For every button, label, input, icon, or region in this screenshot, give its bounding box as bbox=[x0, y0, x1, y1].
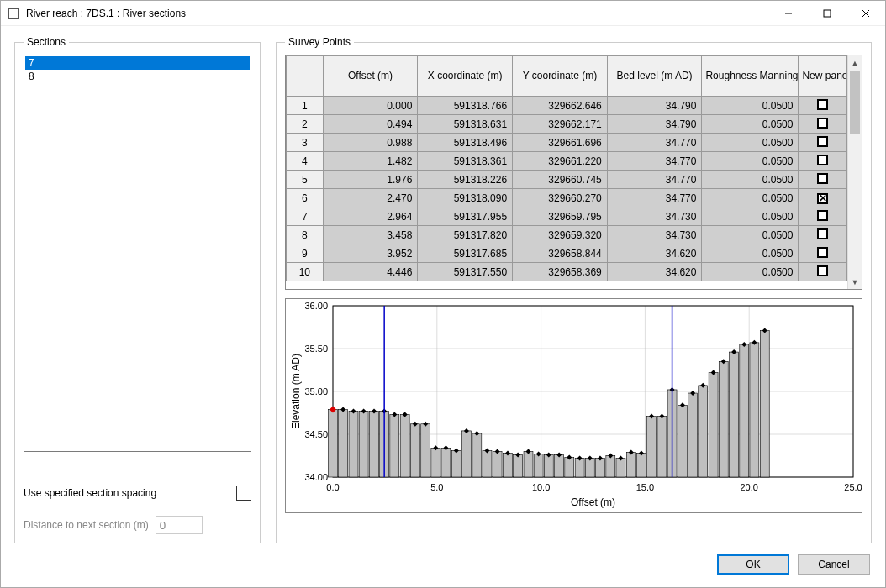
cell-x[interactable]: 591318.226 bbox=[418, 171, 513, 189]
cell-panel[interactable] bbox=[799, 244, 847, 263]
cell-roughness[interactable]: 0.0500 bbox=[702, 244, 799, 263]
row-number[interactable]: 5 bbox=[287, 171, 324, 189]
row-number[interactable]: 2 bbox=[287, 115, 324, 134]
cell-bed[interactable]: 34.730 bbox=[607, 207, 702, 226]
row-number[interactable]: 9 bbox=[287, 244, 324, 263]
section-item[interactable]: 7 bbox=[25, 56, 250, 70]
row-number[interactable]: 7 bbox=[287, 207, 324, 226]
cell-roughness[interactable]: 0.0500 bbox=[702, 171, 799, 189]
maximize-button[interactable] bbox=[808, 1, 846, 26]
scroll-up-icon[interactable]: ▲ bbox=[848, 55, 862, 70]
cell-offset[interactable]: 2.470 bbox=[323, 189, 418, 207]
scroll-thumb[interactable] bbox=[850, 71, 860, 134]
scroll-down-icon[interactable]: ▼ bbox=[848, 275, 862, 289]
cell-offset[interactable]: 0.494 bbox=[323, 115, 418, 134]
cell-y[interactable]: 329661.696 bbox=[513, 134, 608, 152]
cell-offset[interactable]: 3.952 bbox=[323, 244, 418, 263]
cell-roughness[interactable]: 0.0500 bbox=[702, 115, 799, 134]
cell-y[interactable]: 329658.844 bbox=[513, 244, 608, 263]
table-row[interactable]: 51.976591318.226329660.74534.7700.0500 bbox=[287, 171, 847, 189]
cell-offset[interactable]: 1.482 bbox=[323, 152, 418, 171]
table-row[interactable]: 41.482591318.361329661.22034.7700.0500 bbox=[287, 152, 847, 171]
cell-bed[interactable]: 34.790 bbox=[607, 97, 702, 115]
cell-roughness[interactable]: 0.0500 bbox=[702, 263, 799, 281]
cell-bed[interactable]: 34.790 bbox=[607, 115, 702, 134]
close-button[interactable] bbox=[846, 1, 885, 26]
cell-panel[interactable] bbox=[799, 152, 847, 171]
cell-y[interactable]: 329659.320 bbox=[513, 226, 608, 244]
cell-x[interactable]: 591317.820 bbox=[418, 226, 513, 244]
table-scrollbar[interactable]: ▲ ▼ bbox=[847, 55, 862, 289]
table-row[interactable]: 83.458591317.820329659.32034.7300.0500 bbox=[287, 226, 847, 244]
cell-x[interactable]: 591318.631 bbox=[418, 115, 513, 134]
cell-offset[interactable]: 0.000 bbox=[323, 97, 418, 115]
cell-y[interactable]: 329662.171 bbox=[513, 115, 608, 134]
cell-x[interactable]: 591317.550 bbox=[418, 263, 513, 281]
ok-button[interactable]: OK bbox=[717, 554, 789, 575]
cell-roughness[interactable]: 0.0500 bbox=[702, 207, 799, 226]
survey-table[interactable]: Offset (m) X coordinate (m) Y coordinate… bbox=[286, 55, 847, 281]
cell-panel[interactable] bbox=[799, 263, 847, 281]
spacing-checkbox[interactable] bbox=[236, 486, 251, 501]
col-header-y[interactable]: Y coordinate (m) bbox=[513, 56, 608, 97]
row-number[interactable]: 1 bbox=[287, 97, 324, 115]
table-row[interactable]: 93.952591317.685329658.84434.6200.0500 bbox=[287, 244, 847, 263]
cell-y[interactable]: 329659.795 bbox=[513, 207, 608, 226]
cell-panel[interactable] bbox=[799, 134, 847, 152]
cell-x[interactable]: 591317.955 bbox=[418, 207, 513, 226]
table-row[interactable]: 10.000591318.766329662.64634.7900.0500 bbox=[287, 97, 847, 115]
cell-offset[interactable]: 0.988 bbox=[323, 134, 418, 152]
cell-y[interactable]: 329658.369 bbox=[513, 263, 608, 281]
col-header-x[interactable]: X coordinate (m) bbox=[418, 56, 513, 97]
col-header-rownum[interactable] bbox=[287, 56, 324, 97]
cell-bed[interactable]: 34.730 bbox=[607, 226, 702, 244]
cell-offset[interactable]: 1.976 bbox=[323, 171, 418, 189]
cell-roughness[interactable]: 0.0500 bbox=[702, 134, 799, 152]
cell-bed[interactable]: 34.770 bbox=[607, 152, 702, 171]
table-row[interactable]: 72.964591317.955329659.79534.7300.0500 bbox=[287, 207, 847, 226]
cell-panel[interactable] bbox=[799, 226, 847, 244]
cell-panel[interactable]: ✕ bbox=[799, 189, 847, 207]
cell-roughness[interactable]: 0.0500 bbox=[702, 97, 799, 115]
table-row[interactable]: 30.988591318.496329661.69634.7700.0500 bbox=[287, 134, 847, 152]
cell-bed[interactable]: 34.620 bbox=[607, 244, 702, 263]
cell-y[interactable]: 329660.745 bbox=[513, 171, 608, 189]
cell-x[interactable]: 591318.766 bbox=[418, 97, 513, 115]
cell-offset[interactable]: 4.446 bbox=[323, 263, 418, 281]
col-header-roughness[interactable]: Roughness Manning's n bbox=[702, 56, 799, 97]
sections-list[interactable]: 78 bbox=[24, 55, 251, 452]
cell-panel[interactable] bbox=[799, 115, 847, 134]
cell-roughness[interactable]: 0.0500 bbox=[702, 226, 799, 244]
cell-offset[interactable]: 3.458 bbox=[323, 226, 418, 244]
col-header-bed[interactable]: Bed level (m AD) bbox=[607, 56, 702, 97]
cell-offset[interactable]: 2.964 bbox=[323, 207, 418, 226]
cell-panel[interactable] bbox=[799, 97, 847, 115]
section-item[interactable]: 8 bbox=[25, 70, 250, 83]
row-number[interactable]: 3 bbox=[287, 134, 324, 152]
cell-x[interactable]: 591317.685 bbox=[418, 244, 513, 263]
cell-roughness[interactable]: 0.0500 bbox=[702, 152, 799, 171]
col-header-offset[interactable]: Offset (m) bbox=[323, 56, 418, 97]
cell-bed[interactable]: 34.770 bbox=[607, 134, 702, 152]
row-number[interactable]: 10 bbox=[287, 263, 324, 281]
cell-bed[interactable]: 34.620 bbox=[607, 263, 702, 281]
cell-panel[interactable] bbox=[799, 207, 847, 226]
table-row[interactable]: 104.446591317.550329658.36934.6200.0500 bbox=[287, 263, 847, 281]
cell-x[interactable]: 591318.361 bbox=[418, 152, 513, 171]
cell-x[interactable]: 591318.496 bbox=[418, 134, 513, 152]
table-row[interactable]: 20.494591318.631329662.17134.7900.0500 bbox=[287, 115, 847, 134]
row-number[interactable]: 8 bbox=[287, 226, 324, 244]
cell-bed[interactable]: 34.770 bbox=[607, 189, 702, 207]
cell-y[interactable]: 329661.220 bbox=[513, 152, 608, 171]
cell-y[interactable]: 329662.646 bbox=[513, 97, 608, 115]
row-number[interactable]: 6 bbox=[287, 189, 324, 207]
cell-x[interactable]: 591318.090 bbox=[418, 189, 513, 207]
cancel-button[interactable]: Cancel bbox=[798, 554, 870, 575]
table-row[interactable]: 62.470591318.090329660.27034.7700.0500✕ bbox=[287, 189, 847, 207]
row-number[interactable]: 4 bbox=[287, 152, 324, 171]
col-header-panel[interactable]: New panel bbox=[799, 56, 847, 97]
minimize-button[interactable] bbox=[769, 1, 808, 26]
cell-bed[interactable]: 34.770 bbox=[607, 171, 702, 189]
cell-roughness[interactable]: 0.0500 bbox=[702, 189, 799, 207]
cell-panel[interactable] bbox=[799, 171, 847, 189]
